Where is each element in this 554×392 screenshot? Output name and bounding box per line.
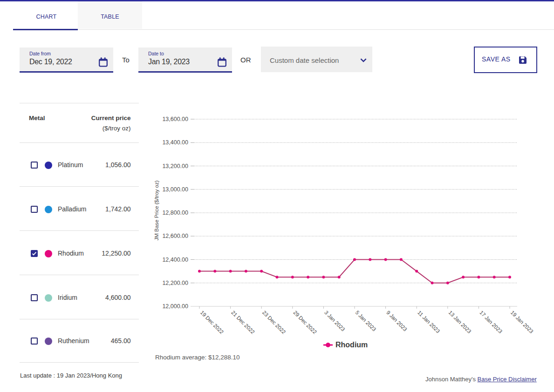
svg-text:11 Jan 2023: 11 Jan 2023 [417,310,441,334]
svg-text:12,200.00: 12,200.00 [162,280,188,286]
svg-text:17 Jan 2023: 17 Jan 2023 [479,310,503,334]
svg-text:13,000.00: 13,000.00 [162,186,188,193]
svg-text:23 Dec 2022: 23 Dec 2022 [261,310,287,335]
svg-text:21 Dec 2022: 21 Dec 2022 [230,310,256,335]
svg-text:12,400.00: 12,400.00 [162,257,188,263]
svg-text:19 Jan 2023: 19 Jan 2023 [510,310,534,334]
svg-text:13,200.00: 13,200.00 [162,163,188,169]
svg-text:3 Jan 2023: 3 Jan 2023 [323,310,346,332]
svg-text:9 Jan 2023: 9 Jan 2023 [385,310,408,332]
svg-text:29 Dec 2022: 29 Dec 2022 [292,310,318,335]
svg-text:5 Jan 2023: 5 Jan 2023 [355,310,377,332]
svg-text:12,800.00: 12,800.00 [162,210,188,216]
svg-text:12,000.00: 12,000.00 [162,303,188,310]
svg-text:13,600.00: 13,600.00 [162,116,188,122]
svg-text:JM Base Price ($/troy oz): JM Base Price ($/troy oz) [154,180,159,240]
svg-text:13 Jan 2023: 13 Jan 2023 [447,310,472,334]
svg-text:19 Dec 2022: 19 Dec 2022 [199,310,225,335]
svg-text:12,600.00: 12,600.00 [162,233,188,239]
svg-text:13,400.00: 13,400.00 [162,139,188,146]
